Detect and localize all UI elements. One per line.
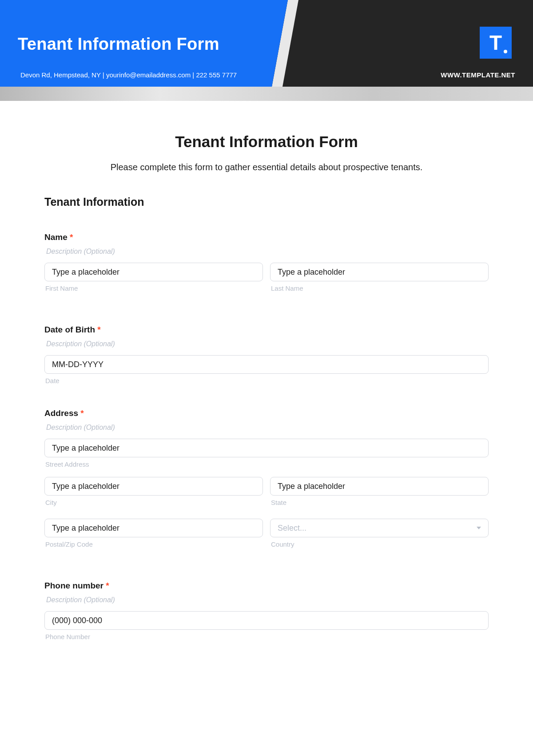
address-description: Description (Optional) [44,424,489,432]
dob-description: Description (Optional) [44,340,489,348]
page-title: Tenant Information Form [44,133,489,151]
dob-input[interactable] [44,355,489,374]
chevron-down-icon [477,527,481,529]
street-address-input[interactable] [44,439,489,457]
first-name-input[interactable] [44,263,263,281]
postal-input[interactable] [44,519,263,537]
brand-logo: T [480,27,512,59]
banner-url: WWW.TEMPLATE.NET [441,71,515,79]
phone-description: Description (Optional) [44,596,489,604]
phone-label-text: Phone number [44,581,103,590]
country-sublabel: Country [270,540,489,548]
state-sublabel: State [270,499,489,506]
state-input[interactable] [270,477,489,496]
field-name: Name * Description (Optional) First Name… [44,232,489,301]
country-select[interactable]: Select... [270,519,489,537]
header-banner: Tenant Information Form Devon Rd, Hempst… [0,0,533,87]
brand-logo-letter: T [489,31,502,55]
dob-sublabel: Date [44,377,489,384]
required-mark: * [97,325,100,334]
address-label: Address * [44,408,489,418]
city-input[interactable] [44,477,263,496]
city-sublabel: City [44,499,263,506]
required-mark: * [80,408,84,418]
first-name-sublabel: First Name [44,284,263,292]
phone-label: Phone number * [44,581,489,591]
section-title: Tenant Information [44,196,489,208]
field-address: Address * Description (Optional) Street … [44,408,489,557]
field-phone: Phone number * Description (Optional) Ph… [44,581,489,640]
form-content: Tenant Information Form Please complete … [0,101,533,682]
address-label-text: Address [44,408,78,418]
divider-bar [0,87,533,101]
country-select-placeholder: Select... [278,524,306,533]
name-label-text: Name [44,232,68,242]
brand-logo-dot-icon [504,50,507,53]
street-sublabel: Street Address [44,460,489,468]
page-description: Please complete this form to gather esse… [44,162,489,172]
banner-subtitle: Devon Rd, Hempstead, NY | yourinfo@email… [20,71,237,79]
banner-title: Tenant Information Form [18,35,219,54]
last-name-input[interactable] [270,263,489,281]
required-mark: * [70,232,73,242]
dob-label-text: Date of Birth [44,325,95,334]
dob-label: Date of Birth * [44,325,489,335]
last-name-sublabel: Last Name [270,284,489,292]
phone-input[interactable] [44,611,489,630]
name-description: Description (Optional) [44,248,489,256]
postal-sublabel: Postal/Zip Code [44,540,263,548]
phone-sublabel: Phone Number [44,633,489,640]
required-mark: * [106,581,109,590]
name-label: Name * [44,232,489,242]
field-dob: Date of Birth * Description (Optional) D… [44,325,489,384]
